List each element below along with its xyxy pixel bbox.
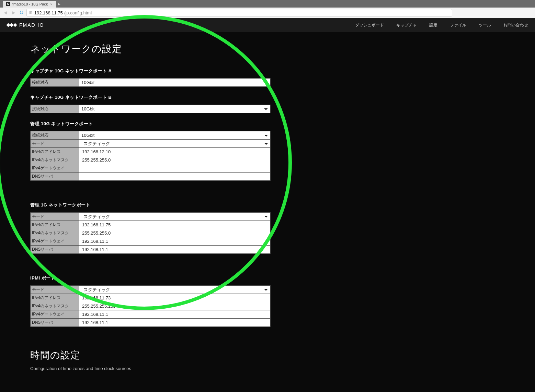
app-header: FMAD IO ダッシュボード キャプチャ 設定 ファイル ツール お問い合わせ (0, 18, 535, 32)
input-mgmt10g-ipv4-address[interactable] (79, 148, 270, 156)
section-heading-ipmi: IPMI ポート (30, 275, 505, 281)
brand-name: FMAD IO (19, 22, 44, 28)
input-mgmt1g-ipv4-netmask[interactable] (79, 229, 270, 237)
page-title: ネットワークの設定 (30, 43, 505, 56)
section-heading-mgmt10g: 管理 10G ネットワークポート (30, 121, 505, 127)
label-ipv4-netmask: IPv4のネットマスク (31, 229, 79, 237)
nav-files[interactable]: ファイル (450, 22, 466, 28)
label-link-support: 接続対応 (31, 105, 79, 113)
forward-button[interactable]: ► (11, 10, 16, 16)
nav-tools[interactable]: ツール (479, 22, 491, 28)
row-link-support: 接続対応 10Gbit (31, 79, 271, 87)
section-heading-mgmt1g: 管理 1G ネットワークポート (30, 202, 505, 208)
label-ipv4-gateway: IPv4ゲートウェイ (31, 237, 79, 246)
tab-favicon: N (6, 2, 10, 6)
label-ipv4-address: IPv4のアドレス (31, 294, 79, 302)
label-link-support: 接続対応 (31, 79, 79, 87)
label-link-support: 接続対応 (31, 131, 79, 140)
select-mgmt1g-mode[interactable]: スタティック (79, 213, 270, 221)
nav-settings[interactable]: 設定 (429, 22, 437, 28)
label-ipv4-netmask: IPv4のネットマスク (31, 302, 79, 310)
input-mgmt10g-dns[interactable] (79, 173, 270, 180)
main-content: ネットワークの設定 キャプチャ 10G ネットワークポート A 接続対応 10G… (0, 32, 535, 385)
tab-title: fmadio10 - 10G Pack (12, 2, 48, 6)
brand-logo[interactable]: FMAD IO (7, 22, 44, 28)
label-ipv4-gateway: IPv4ゲートウェイ (31, 310, 79, 319)
select-capture-b-link[interactable]: 10Gbit (79, 105, 270, 113)
nav-contact[interactable]: お問い合わせ (503, 22, 528, 28)
url-path: /jp.config.html (64, 10, 92, 15)
label-ipv4-address: IPv4のアドレス (31, 148, 79, 156)
time-section-subtitle: Configuration of time zones and time clo… (30, 366, 505, 371)
tab-bar: N fmadio10 - 10G Pack × ▸ (0, 0, 535, 8)
input-mgmt10g-ipv4-netmask[interactable] (79, 156, 270, 164)
input-ipmi-ipv4-address[interactable] (79, 294, 270, 302)
input-ipmi-dns[interactable] (79, 319, 270, 326)
label-mode: モード (31, 213, 79, 221)
select-ipmi-mode[interactable]: スタティック (79, 286, 270, 294)
label-dns-server: DNSサーバ (31, 319, 79, 327)
brand-logo-icon (7, 22, 16, 28)
section-heading-capture-a: キャプチャ 10G ネットワークポート A (30, 68, 505, 74)
address-bar: ◄ ► ↻ 🗎 192.168.11.75/jp.config.html (0, 8, 535, 18)
label-ipv4-netmask: IPv4のネットマスク (31, 156, 79, 164)
label-dns-server: DNSサーバ (31, 173, 79, 181)
label-ipv4-address: IPv4のアドレス (31, 221, 79, 229)
select-capture-a-link[interactable]: 10Gbit (79, 79, 270, 86)
label-mode: モード (31, 140, 79, 148)
input-ipmi-ipv4-netmask[interactable] (79, 302, 270, 310)
config-table-ipmi: モード スタティック IPv4のアドレス IPv4のネットマスク IPv4ゲート… (30, 285, 271, 327)
config-table-capture-b: 接続対応 10Gbit (30, 105, 271, 113)
input-mgmt10g-ipv4-gateway[interactable] (79, 165, 270, 172)
select-mgmt10g-mode[interactable]: スタティック (79, 140, 270, 147)
page-icon: 🗎 (29, 10, 33, 15)
row-link-support: 接続対応 10Gbit (31, 105, 271, 113)
input-mgmt1g-ipv4-gateway[interactable] (79, 238, 270, 245)
nav-capture[interactable]: キャプチャ (396, 22, 417, 28)
input-mgmt1g-dns[interactable] (79, 246, 270, 253)
label-dns-server: DNSサーバ (31, 246, 79, 254)
new-tab-button[interactable]: ▸ (56, 1, 62, 7)
config-table-mgmt10g: 接続対応 10Gbit モード スタティック IPv4のアドレス IPv4のネッ… (30, 131, 271, 181)
select-mgmt10g-link[interactable]: 10Gbit (79, 132, 270, 139)
back-button[interactable]: ◄ (3, 10, 8, 16)
label-mode: モード (31, 286, 79, 294)
config-table-capture-a: 接続対応 10Gbit (30, 78, 271, 87)
main-nav: ダッシュボード キャプチャ 設定 ファイル ツール お問い合わせ (355, 22, 528, 28)
browser-chrome: N fmadio10 - 10G Pack × ▸ ◄ ► ↻ 🗎 192.16… (0, 0, 535, 18)
url-input[interactable]: 🗎 192.168.11.75/jp.config.html (26, 9, 452, 16)
label-ipv4-gateway: IPv4ゲートウェイ (31, 164, 79, 173)
input-ipmi-ipv4-gateway[interactable] (79, 311, 270, 318)
tab-close-icon[interactable]: × (50, 2, 53, 6)
nav-dashboard[interactable]: ダッシュボード (355, 22, 384, 28)
browser-tab[interactable]: N fmadio10 - 10G Pack × (3, 1, 56, 8)
url-host: 192.168.11.75 (34, 10, 63, 15)
section-heading-capture-b: キャプチャ 10G ネットワークポート B (30, 94, 505, 100)
input-mgmt1g-ipv4-address[interactable] (79, 221, 270, 229)
time-section-title: 時間の設定 (30, 349, 505, 362)
config-table-mgmt1g: モード スタティック IPv4のアドレス IPv4のネットマスク IPv4ゲート… (30, 212, 271, 254)
reload-button[interactable]: ↻ (19, 10, 24, 16)
